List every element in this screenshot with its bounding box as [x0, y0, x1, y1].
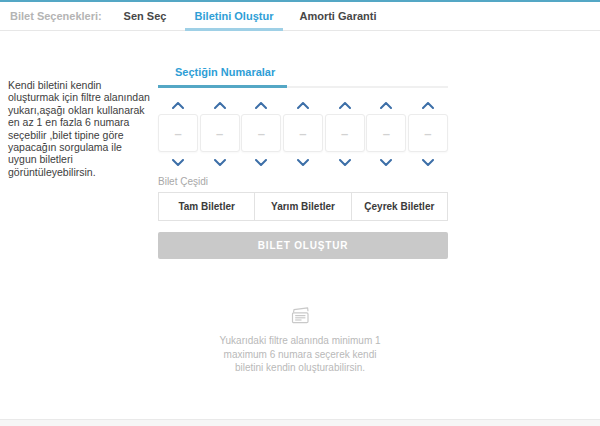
tab-sen-sec[interactable]: Sen Seç [112, 2, 178, 31]
info-line: Yukarıdaki filtre alanında minimum 1 [150, 334, 450, 348]
info-line: biletini kendin oluşturabilirsin. [150, 361, 450, 375]
number-input[interactable]: – [158, 114, 198, 152]
spinner-down-arrow-icon[interactable] [297, 158, 309, 166]
ticket-type-group: Tam Biletler Yarım Biletler Çeyrek Bilet… [158, 192, 448, 221]
spinner-down-arrow-icon[interactable] [339, 158, 351, 166]
info-line: maximum 6 numara seçerek kendi [150, 348, 450, 362]
spinner-up-arrow-icon[interactable] [380, 101, 392, 109]
number-spinner: – [241, 101, 281, 166]
spinner-down-arrow-icon[interactable] [214, 158, 226, 166]
spinner-up-arrow-icon[interactable] [422, 101, 434, 109]
spinner-up-arrow-icon[interactable] [172, 101, 184, 109]
empty-value-dash: – [341, 126, 348, 141]
number-spinner: – [366, 101, 406, 166]
info-note: Yukarıdaki filtre alanında minimum 1 max… [150, 306, 450, 375]
number-spinner: – [158, 101, 198, 166]
nav-section-label: Bilet Seçenekleri: [10, 2, 102, 31]
spinner-down-arrow-icon[interactable] [172, 158, 184, 166]
spinner-down-arrow-icon[interactable] [255, 158, 267, 166]
spinner-up-arrow-icon[interactable] [339, 101, 351, 109]
number-spinner-row: – – – – [158, 101, 448, 166]
section-active-underline [158, 85, 287, 88]
tickets-icon [150, 306, 450, 329]
empty-value-dash: – [258, 126, 265, 141]
number-input[interactable]: – [283, 114, 323, 152]
create-ticket-button[interactable]: BILET OLUŞTUR [158, 232, 448, 259]
number-spinner: – [325, 101, 365, 166]
number-input[interactable]: – [325, 114, 365, 152]
ticket-type-yarim-biletler[interactable]: Yarım Biletler [254, 193, 350, 220]
ticket-type-ceyrek-biletler[interactable]: Çeyrek Biletler [351, 193, 447, 220]
number-input[interactable]: – [408, 114, 448, 152]
number-input[interactable]: – [366, 114, 406, 152]
spinner-up-arrow-icon[interactable] [255, 101, 267, 109]
instructions-text: Kendi biletini kendin oluşturmak için fi… [8, 79, 150, 178]
number-input[interactable]: – [200, 114, 240, 152]
empty-value-dash: – [216, 126, 223, 141]
ticket-type-label: Bilet Çeşidi [158, 176, 208, 187]
empty-value-dash: – [424, 126, 431, 141]
empty-value-dash: – [383, 126, 390, 141]
nav-bar: Bilet Seçenekleri: Sen Seç Biletini Oluş… [0, 2, 600, 31]
tab-amorti-garanti[interactable]: Amorti Garanti [292, 2, 384, 31]
spinner-down-arrow-icon[interactable] [380, 158, 392, 166]
number-spinner: – [283, 101, 323, 166]
bottom-strip [0, 419, 600, 426]
number-spinner: – [200, 101, 240, 166]
number-input[interactable]: – [241, 114, 281, 152]
spinner-down-arrow-icon[interactable] [422, 158, 434, 166]
number-spinner: – [408, 101, 448, 166]
spinner-up-arrow-icon[interactable] [214, 101, 226, 109]
tab-sectigin-numaralar[interactable]: Seçtiğin Numaralar [175, 66, 275, 78]
tab-biletini-olustur[interactable]: Biletini Oluştur [185, 2, 283, 31]
ticket-type-tam-biletler[interactable]: Tam Biletler [159, 193, 254, 220]
empty-value-dash: – [299, 126, 306, 141]
empty-value-dash: – [174, 126, 181, 141]
spinner-up-arrow-icon[interactable] [297, 101, 309, 109]
